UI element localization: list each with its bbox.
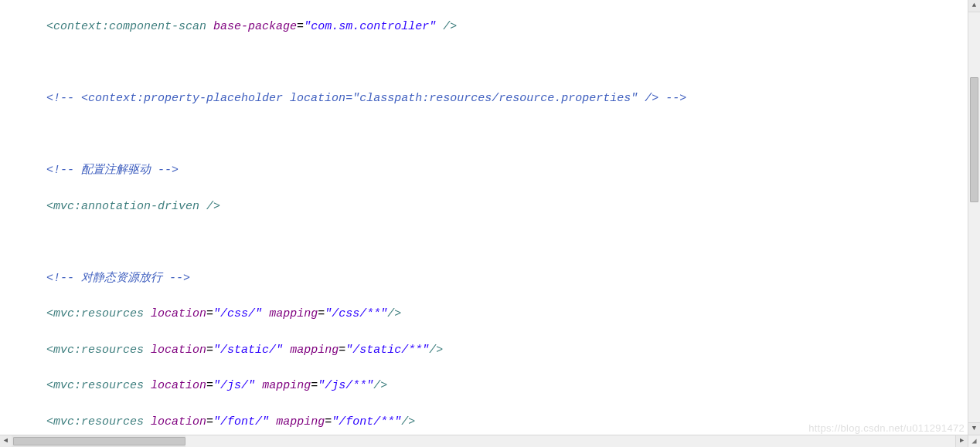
horizontal-scrollbar[interactable]: ◄ ► — [0, 435, 968, 447]
code-line: <mvc:resources location="/css/" mapping=… — [9, 305, 968, 323]
vertical-scrollbar[interactable]: ▲ ▼ — [968, 0, 980, 435]
scroll-down-button[interactable]: ▼ — [968, 422, 980, 435]
code-line — [9, 126, 968, 144]
code-line — [9, 233, 968, 251]
code-line — [9, 54, 968, 72]
code-editor[interactable]: <context:component-scan base-package="co… — [0, 0, 968, 435]
code-line: <!-- <context:property-placeholder locat… — [9, 90, 968, 107]
scroll-right-button[interactable]: ► — [955, 435, 968, 447]
code-line: <!-- 对静态资源放行 --> — [9, 269, 968, 287]
vertical-scroll-thumb[interactable] — [970, 77, 978, 202]
code-line: <mvc:resources location="/js/" mapping="… — [9, 377, 968, 395]
editor-viewport: <context:component-scan base-package="co… — [0, 0, 980, 447]
code-line: <context:component-scan base-package="co… — [9, 18, 968, 36]
code-line: <!-- 配置注解驱动 --> — [9, 161, 968, 179]
watermark-text: https://blog.csdn.net/u011291472 — [808, 421, 965, 436]
scroll-up-button[interactable]: ▲ — [968, 0, 980, 12]
code-line: <mvc:resources location="/static/" mappi… — [9, 341, 968, 359]
code-line: <mvc:annotation-driven /> — [9, 198, 968, 215]
scroll-left-button[interactable]: ◄ — [0, 435, 12, 447]
horizontal-scroll-thumb[interactable] — [13, 437, 185, 445]
resize-grip-icon[interactable]: ◢ — [968, 435, 980, 447]
